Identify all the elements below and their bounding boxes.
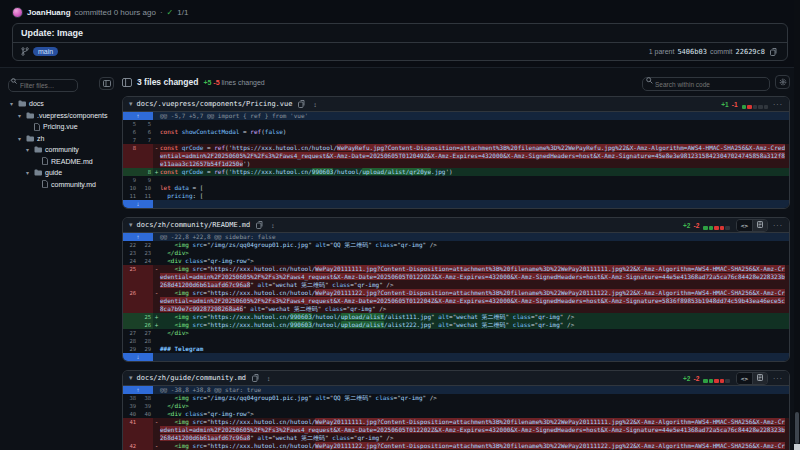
- old-line-number[interactable]: 11: [123, 192, 138, 200]
- chevron-down-icon[interactable]: ▾: [129, 374, 133, 382]
- old-line-number[interactable]: 28: [123, 337, 138, 345]
- old-line-number[interactable]: 9: [123, 176, 138, 184]
- new-line-number[interactable]: 26: [138, 321, 153, 329]
- copy-path-button[interactable]: [250, 374, 261, 382]
- new-line-number[interactable]: [138, 418, 153, 442]
- file-options-kebab[interactable]: ···: [773, 375, 783, 382]
- old-line-number[interactable]: 38: [123, 394, 138, 402]
- file-options-kebab[interactable]: ···: [773, 101, 783, 108]
- source-diff-button[interactable]: <>: [737, 373, 752, 384]
- code-segment: ref: [250, 128, 261, 135]
- checks-success-icon[interactable]: ✓: [167, 8, 174, 17]
- tree-item--vuepress-components[interactable]: ▾.vuepress/components: [8, 110, 114, 122]
- tree-item-community-md[interactable]: community.md: [8, 179, 114, 191]
- old-line-number[interactable]: [123, 321, 138, 329]
- old-line-number[interactable]: 6: [123, 128, 138, 136]
- copy-sha-button[interactable]: [768, 48, 779, 56]
- new-line-number[interactable]: [138, 265, 153, 289]
- search-within-code-input[interactable]: [642, 77, 770, 91]
- rich-diff-button[interactable]: [752, 373, 767, 384]
- new-line-number[interactable]: 11: [138, 192, 153, 200]
- expand-hunk-button[interactable]: ↑: [123, 233, 153, 241]
- line-number-gutter: 2727: [123, 329, 153, 337]
- chevron-down-icon[interactable]: ▾: [129, 100, 133, 108]
- copy-path-button[interactable]: [254, 221, 265, 229]
- commit-author[interactable]: JoanHuang: [27, 8, 71, 17]
- checks-count[interactable]: 1/1: [177, 8, 188, 17]
- file-options-kebab[interactable]: ···: [773, 222, 783, 229]
- git-branch-icon: [21, 47, 29, 57]
- file-path-link[interactable]: docs/zh/community/README.md: [137, 221, 251, 229]
- tree-item-docs[interactable]: ▾docs: [8, 98, 114, 110]
- new-line-number[interactable]: 38: [138, 394, 153, 402]
- filter-files-input[interactable]: [8, 79, 78, 92]
- rich-diff-button[interactable]: [752, 220, 767, 231]
- line-number-gutter: 2828: [123, 337, 153, 345]
- old-line-number[interactable]: 23: [123, 249, 138, 257]
- new-line-number[interactable]: [138, 442, 153, 450]
- expand-all-button[interactable]: ↕: [311, 101, 318, 108]
- new-line-number[interactable]: 27: [138, 329, 153, 337]
- copy-path-button[interactable]: [296, 100, 307, 108]
- old-line-number[interactable]: 41: [123, 418, 138, 442]
- branch-badge[interactable]: main: [33, 47, 58, 56]
- old-line-number[interactable]: [123, 313, 138, 321]
- new-line-number[interactable]: 24: [138, 257, 153, 265]
- new-line-number[interactable]: 7: [138, 136, 153, 144]
- expand-all-button[interactable]: ↕: [265, 375, 272, 382]
- old-line-number[interactable]: 26: [123, 289, 138, 313]
- source-diff-button[interactable]: <>: [737, 220, 752, 231]
- tree-item-zh[interactable]: ▾zh: [8, 133, 114, 145]
- collapse-file-tree-button[interactable]: [99, 77, 114, 90]
- new-line-number[interactable]: 39: [138, 402, 153, 410]
- expand-hunk-button[interactable]: ↑: [123, 386, 153, 394]
- new-line-number[interactable]: 9: [138, 176, 153, 184]
- avatar[interactable]: [12, 7, 23, 18]
- old-line-number[interactable]: 40: [123, 410, 138, 418]
- old-line-number[interactable]: 5: [123, 120, 138, 128]
- old-line-number[interactable]: 42: [123, 442, 138, 450]
- old-line-number[interactable]: 29: [123, 345, 138, 353]
- new-line-number[interactable]: 22: [138, 241, 153, 249]
- old-line-number[interactable]: 7: [123, 136, 138, 144]
- new-line-number[interactable]: 40: [138, 410, 153, 418]
- new-line-number[interactable]: 10: [138, 184, 153, 192]
- expand-hunk-button[interactable]: ↑: [123, 112, 153, 120]
- expand-down-button[interactable]: ↓: [123, 200, 153, 208]
- file-path-link[interactable]: docs/zh/guide/community.md: [137, 374, 247, 382]
- new-line-number[interactable]: 6: [138, 128, 153, 136]
- tree-item-pricing-vue[interactable]: Pricing.vue: [8, 121, 114, 133]
- old-line-number[interactable]: 25: [123, 265, 138, 289]
- scrollbar-thumb[interactable]: [795, 412, 799, 444]
- old-line-number[interactable]: 22: [123, 241, 138, 249]
- old-line-number[interactable]: 24: [123, 257, 138, 265]
- file-additions: +1: [721, 101, 728, 108]
- expand-down-button[interactable]: ↓: [123, 353, 153, 361]
- new-line-number[interactable]: [138, 144, 153, 168]
- new-line-number[interactable]: [138, 289, 153, 313]
- new-line-number[interactable]: 28: [138, 337, 153, 345]
- new-line-number[interactable]: 23: [138, 249, 153, 257]
- code-segment: =": [203, 241, 210, 248]
- new-line-number[interactable]: 8: [138, 168, 153, 176]
- old-line-number[interactable]: 27: [123, 329, 138, 337]
- chevron-down-icon[interactable]: ▾: [129, 221, 133, 229]
- file-path-link[interactable]: docs/.vuepress/components/Pricing.vue: [137, 100, 293, 108]
- new-line-number[interactable]: 29: [138, 345, 153, 353]
- old-line-number[interactable]: 8: [123, 144, 138, 168]
- tree-item-readme-md[interactable]: README.md: [8, 156, 114, 168]
- old-line-number[interactable]: 39: [123, 402, 138, 410]
- old-line-number[interactable]: 10: [123, 184, 138, 192]
- expand-all-button[interactable]: ↕: [269, 222, 276, 229]
- parent-sha-link[interactable]: 5406b03: [677, 48, 707, 56]
- old-line-number[interactable]: [123, 168, 138, 176]
- new-line-number[interactable]: 25: [138, 313, 153, 321]
- page-scrollbar[interactable]: [794, 0, 800, 450]
- toggle-file-tree-button[interactable]: [122, 78, 132, 87]
- diff-settings-button[interactable]: [775, 75, 790, 89]
- new-line-number[interactable]: 5: [138, 120, 153, 128]
- tree-item-guide[interactable]: ▾guide: [8, 167, 114, 179]
- diff-file-header: ▾docs/zh/community/README.md↕+2-2<>···: [123, 218, 789, 233]
- context-line: 2424 <div class="qr-img-row">: [123, 257, 789, 265]
- tree-item-community[interactable]: ▾community: [8, 144, 114, 156]
